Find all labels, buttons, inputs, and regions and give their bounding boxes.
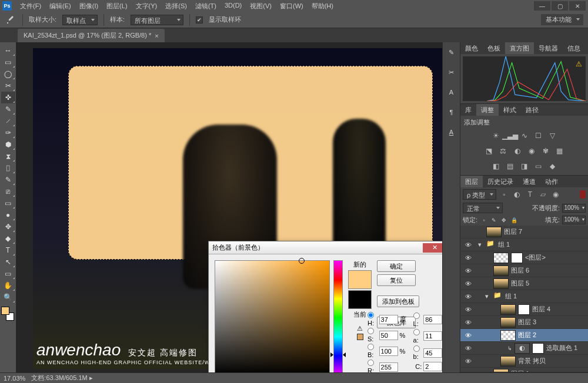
l-input[interactable] xyxy=(423,315,442,324)
exposure-icon[interactable]: ☐ xyxy=(533,130,544,141)
channel-mixer-icon[interactable]: ✾ xyxy=(540,146,551,156)
layer-mask-thumb[interactable] xyxy=(532,343,544,354)
layer-visibility-toggle[interactable]: 👁 xyxy=(463,332,473,339)
tool[interactable]: ▭ xyxy=(1,268,15,280)
brightness-contrast-icon[interactable]: ☀ xyxy=(491,130,502,141)
color-picker-close-button[interactable]: ✕ xyxy=(423,243,442,253)
layer-group-row[interactable]: 👁▾📁组 1 xyxy=(460,238,588,251)
layer-name[interactable]: 选取颜色 1 xyxy=(546,344,586,352)
layer-name[interactable]: 图层 1 xyxy=(511,369,586,372)
add-swatch-button[interactable]: 添加到色板 xyxy=(377,295,419,307)
levels-icon[interactable]: ▁▃▅ xyxy=(505,130,516,141)
fill-input[interactable]: 100% xyxy=(562,216,586,224)
sample-size-dropdown[interactable]: 取样点 xyxy=(62,15,98,25)
blur-tool[interactable]: ✎ xyxy=(1,174,15,186)
layer-name[interactable]: <图层> xyxy=(525,253,586,262)
foreground-swatch[interactable] xyxy=(1,307,9,315)
layer-mask-thumb[interactable] xyxy=(511,253,523,263)
blend-mode-dropdown[interactable]: 正常 xyxy=(463,203,503,213)
show-ring-checkbox[interactable] xyxy=(196,16,203,23)
l-radio[interactable]: L: xyxy=(413,313,422,327)
sample-source-dropdown[interactable]: 所有图层 xyxy=(131,15,183,25)
menu-item[interactable]: 图像(I) xyxy=(76,1,102,12)
color-field-marker[interactable] xyxy=(299,258,305,264)
saturation-input[interactable] xyxy=(379,331,398,340)
layer-row[interactable]: 👁背景 拷贝 xyxy=(460,355,588,368)
brush-panel-icon[interactable]: ✎ xyxy=(445,46,458,59)
type-tool[interactable]: ● xyxy=(1,209,15,221)
red-radio[interactable]: R: xyxy=(368,360,377,372)
filter-adjust-icon[interactable]: ◐ xyxy=(512,189,522,200)
layer-row[interactable]: 👁图层 3 xyxy=(460,316,588,329)
lock-all-icon[interactable]: 🔒 xyxy=(510,216,518,224)
layer-row[interactable]: 👁图层 2 xyxy=(460,329,588,342)
panel-tab[interactable]: 直方图 xyxy=(505,42,534,54)
brightness-radio[interactable]: B: xyxy=(368,344,377,358)
tool[interactable]: 🔍 xyxy=(1,291,15,303)
hue-slider[interactable] xyxy=(333,260,343,372)
lab-b-radio[interactable]: b: xyxy=(413,345,422,360)
lock-position-icon[interactable]: ✥ xyxy=(500,216,508,224)
vibrance-icon[interactable]: ▽ xyxy=(547,130,558,141)
layer-row[interactable]: 👁图层 4 xyxy=(460,303,588,316)
layer-twisty[interactable]: ▾ xyxy=(478,241,484,248)
menu-item[interactable]: 窗口(W) xyxy=(276,1,307,12)
close-button[interactable]: ✕ xyxy=(569,1,586,11)
layer-row[interactable]: 👁↳◐选取颜色 1 xyxy=(460,342,588,355)
panel-tab[interactable]: 图层 xyxy=(460,176,483,187)
layer-mask-thumb[interactable] xyxy=(518,304,530,315)
spot-heal-tool[interactable]: ✎ xyxy=(1,103,15,115)
eraser-tool[interactable]: ⧗ xyxy=(1,150,15,162)
panel-tab[interactable]: 通道 xyxy=(518,176,540,187)
character-panel-icon[interactable]: A xyxy=(445,86,458,99)
path-select-tool[interactable]: ✥ xyxy=(1,221,15,233)
panel-tab[interactable]: 路径 xyxy=(521,104,543,116)
invert-icon[interactable]: ◧ xyxy=(491,161,502,172)
panel-tab[interactable]: 信息 xyxy=(563,42,585,54)
lock-transparency-icon[interactable]: ▫ xyxy=(480,216,488,224)
layer-name[interactable]: 图层 4 xyxy=(532,305,586,314)
selective-color-icon[interactable]: ◆ xyxy=(547,161,558,172)
menu-item[interactable]: 3D(D) xyxy=(221,1,245,12)
document-tab-close[interactable]: × xyxy=(155,32,158,39)
color-picker-titlebar[interactable]: 拾色器（前景色） ✕ xyxy=(209,241,442,254)
canvas-area[interactable]: anwenchao 安文超 高端修图 AN WENCHAO HIGH-END G… xyxy=(16,42,442,372)
menu-item[interactable]: 选择(S) xyxy=(162,1,191,12)
layer-visibility-toggle[interactable]: 👁 xyxy=(463,254,473,261)
zoom-value[interactable]: 17.03% xyxy=(4,375,25,382)
layer-visibility-toggle[interactable]: 👁 xyxy=(463,267,473,274)
lab-b-input[interactable] xyxy=(423,348,442,358)
cyan-input[interactable] xyxy=(423,362,442,371)
dodge-tool[interactable]: ⎚ xyxy=(1,186,15,197)
layer-visibility-toggle[interactable]: 👁 xyxy=(463,319,473,326)
move-tool[interactable]: ↔ xyxy=(1,45,15,56)
layer-row[interactable]: 👁图层 5 xyxy=(460,277,588,290)
menu-item[interactable]: 图层(L) xyxy=(103,1,131,12)
layer-visibility-toggle[interactable]: 👁 xyxy=(463,280,473,287)
color-field[interactable] xyxy=(215,260,330,372)
filter-smart-icon[interactable]: ◉ xyxy=(550,189,561,200)
menu-item[interactable]: 文字(Y) xyxy=(132,1,161,12)
gradient-tool[interactable]: ⌷ xyxy=(1,162,15,174)
photo-filter-icon[interactable]: ◉ xyxy=(526,146,537,156)
maximize-button[interactable]: ▢ xyxy=(552,1,568,11)
layer-visibility-toggle[interactable]: 👁 xyxy=(463,345,473,352)
lasso-tool[interactable]: ◯ xyxy=(1,68,15,80)
pen-tool[interactable]: ▭ xyxy=(1,197,15,209)
black-white-icon[interactable]: ◐ xyxy=(512,146,523,156)
panel-tab[interactable]: 调整 xyxy=(476,104,499,116)
layer-group-row[interactable]: 👁▾📁组 1 xyxy=(460,290,588,303)
panel-tab[interactable]: 动作 xyxy=(540,176,563,187)
layer-visibility-toggle[interactable]: 👁 xyxy=(463,293,473,300)
paragraph-panel-icon[interactable]: ¶ xyxy=(445,106,458,119)
crop-tool[interactable]: ✂ xyxy=(1,80,15,92)
layer-name[interactable]: 图层 2 xyxy=(518,331,586,340)
layer-name[interactable]: 图层 6 xyxy=(511,266,586,275)
a-radio[interactable]: a: xyxy=(413,329,422,344)
hue-radio[interactable]: H: xyxy=(368,312,377,327)
layer-filter-type-dropdown[interactable]: ρ 类型 xyxy=(463,189,496,200)
layer-visibility-toggle[interactable]: 👁 xyxy=(463,241,473,248)
brush-tool[interactable]: ⟋ xyxy=(1,115,15,127)
current-color-swatch[interactable] xyxy=(348,290,372,309)
layer-row[interactable]: 图层 7 xyxy=(460,226,588,238)
